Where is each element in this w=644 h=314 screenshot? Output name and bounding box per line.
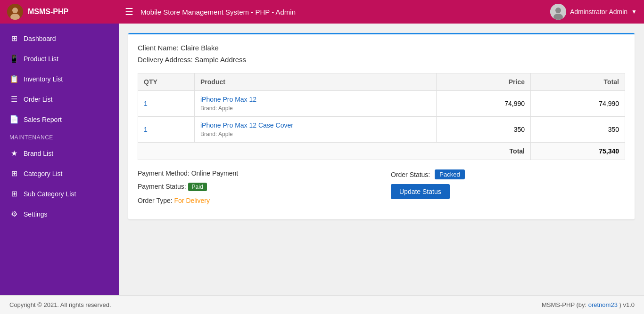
total-label: Total bbox=[138, 143, 531, 160]
sidebar-label-sub-category-list: Sub Category List bbox=[24, 190, 76, 198]
sidebar-label-settings: Settings bbox=[24, 210, 48, 218]
sidebar-label-dashboard: Dashboard bbox=[24, 35, 56, 42]
payment-method-label: Payment Method: bbox=[138, 169, 190, 177]
order-status-line: Order Status: Packed bbox=[391, 169, 465, 179]
row-product: iPhone Pro Max 12 Brand: Apple bbox=[195, 91, 437, 117]
order-status-badge: Packed bbox=[435, 169, 464, 179]
sidebar-label-sales-report: Sales Report bbox=[24, 116, 62, 123]
row-product: iPhone Pro Max 12 Case Cover Brand: Appl… bbox=[195, 117, 437, 143]
hamburger-icon[interactable]: ☰ bbox=[125, 6, 133, 17]
svg-point-1 bbox=[12, 8, 18, 13]
sidebar-item-product-list[interactable]: 📱 Product List bbox=[0, 48, 119, 69]
product-name: iPhone Pro Max 12 bbox=[200, 96, 430, 103]
total-value: 75,340 bbox=[531, 143, 625, 160]
settings-icon: ⚙ bbox=[9, 209, 19, 218]
update-status-button[interactable]: Update Status bbox=[391, 184, 450, 199]
admin-username: Adminstrator Admin bbox=[570, 8, 627, 16]
order-info: Payment Method: Online Payment Payment S… bbox=[138, 169, 625, 210]
product-list-icon: 📱 bbox=[9, 54, 19, 63]
sidebar-item-order-list[interactable]: ☰ Order List bbox=[0, 89, 119, 109]
table-row: 1 iPhone Pro Max 12 Brand: Apple 74,990 … bbox=[138, 91, 625, 117]
order-list-icon: ☰ bbox=[9, 95, 19, 104]
product-brand: Brand: Apple bbox=[200, 131, 233, 137]
sidebar-item-inventory-list[interactable]: 📋 Inventory List bbox=[0, 69, 119, 89]
delivery-address-label: Delivery Address: bbox=[138, 56, 193, 64]
col-header-product: Product bbox=[195, 73, 437, 91]
footer: Copyright © 2021. All rights reserved. M… bbox=[0, 295, 644, 314]
footer-copyright: Copyright © 2021. All rights reserved. bbox=[9, 301, 111, 308]
inventory-list-icon: 📋 bbox=[9, 74, 19, 83]
sidebar-label-order-list: Order List bbox=[24, 96, 52, 103]
payment-status-label: Payment Status: bbox=[138, 183, 186, 190]
navbar: MSMS-PHP ☰ Mobile Store Management Syste… bbox=[0, 0, 644, 24]
product-brand: Brand: Apple bbox=[200, 105, 233, 112]
brand-avatar bbox=[7, 4, 23, 20]
product-name: iPhone Pro Max 12 Case Cover bbox=[200, 121, 430, 129]
dashboard-icon: ⊞ bbox=[9, 34, 19, 43]
col-header-price: Price bbox=[437, 73, 531, 91]
admin-dropdown-arrow[interactable]: ▼ bbox=[631, 8, 637, 15]
delivery-address-line: Delivery Address: Sample Address bbox=[138, 56, 625, 64]
sidebar-item-sales-report[interactable]: 📄 Sales Report bbox=[0, 109, 119, 129]
order-table: QTY Product Price Total 1 iPhone Pro Max… bbox=[138, 73, 625, 160]
navbar-right: Adminstrator Admin ▼ bbox=[550, 4, 637, 20]
row-total: 350 bbox=[531, 117, 625, 143]
delivery-address-value: Sample Address bbox=[195, 56, 246, 64]
order-info-left: Payment Method: Online Payment Payment S… bbox=[138, 169, 372, 210]
table-row: 1 iPhone Pro Max 12 Case Cover Brand: Ap… bbox=[138, 117, 625, 143]
navbar-brand: MSMS-PHP bbox=[7, 4, 125, 20]
navbar-title: Mobile Store Management System - PHP - A… bbox=[140, 8, 296, 16]
navbar-center: ☰ Mobile Store Management System - PHP -… bbox=[125, 6, 550, 17]
order-type-label: Order Type: bbox=[138, 197, 173, 204]
svg-point-4 bbox=[555, 8, 561, 13]
maintenance-section-label: Maintenance bbox=[0, 129, 119, 143]
sidebar-item-category-list[interactable]: ⊞ Category List bbox=[0, 163, 119, 184]
content-area: Client Name: Claire Blake Delivery Addre… bbox=[119, 24, 644, 295]
order-type-line: Order Type: For Delivery bbox=[138, 197, 372, 204]
sidebar-item-dashboard[interactable]: ⊞ Dashboard bbox=[0, 28, 119, 48]
sidebar-item-brand-list[interactable]: ★ Brand List bbox=[0, 143, 119, 163]
brand-list-icon: ★ bbox=[9, 149, 19, 158]
sidebar-label-brand-list: Brand List bbox=[24, 150, 53, 157]
col-header-qty: QTY bbox=[138, 73, 195, 91]
order-info-right: Order Status: Packed Update Status bbox=[391, 169, 625, 210]
sales-report-icon: 📄 bbox=[9, 115, 19, 124]
row-qty: 1 bbox=[138, 91, 195, 117]
payment-status-badge: Paid bbox=[188, 183, 207, 191]
footer-author-link[interactable]: oretnom23 bbox=[588, 301, 618, 308]
row-qty: 1 bbox=[138, 117, 195, 143]
order-type-value: For Delivery bbox=[174, 197, 210, 204]
sidebar-item-sub-category-list[interactable]: ⊞ Sub Category List bbox=[0, 184, 119, 204]
client-name-value: Claire Blake bbox=[181, 44, 219, 52]
client-name-line: Client Name: Claire Blake bbox=[138, 44, 625, 52]
sub-category-list-icon: ⊞ bbox=[9, 189, 19, 198]
col-header-total: Total bbox=[531, 73, 625, 91]
category-list-icon: ⊞ bbox=[9, 169, 19, 178]
payment-method-value: Online Payment bbox=[191, 169, 239, 177]
sidebar-item-settings[interactable]: ⚙ Settings bbox=[0, 204, 119, 224]
payment-method-line: Payment Method: Online Payment bbox=[138, 169, 372, 177]
footer-brand: MSMS-PHP (by: oretnom23 ) v1.0 bbox=[542, 301, 635, 308]
order-detail-card: Client Name: Claire Blake Delivery Addre… bbox=[128, 33, 635, 219]
brand-name: MSMS-PHP bbox=[28, 8, 68, 16]
payment-status-line: Payment Status: Paid bbox=[138, 183, 372, 191]
sidebar-label-product-list: Product List bbox=[24, 55, 58, 63]
admin-avatar bbox=[550, 4, 566, 20]
row-price: 74,990 bbox=[437, 91, 531, 117]
client-name-label: Client Name: bbox=[138, 44, 179, 52]
sidebar-label-inventory-list: Inventory List bbox=[24, 75, 63, 83]
main-wrapper: ⊞ Dashboard 📱 Product List 📋 Inventory L… bbox=[0, 24, 644, 295]
row-price: 350 bbox=[437, 117, 531, 143]
order-status-label: Order Status: bbox=[391, 171, 430, 178]
sidebar-label-category-list: Category List bbox=[24, 170, 62, 177]
row-total: 74,990 bbox=[531, 91, 625, 117]
sidebar: ⊞ Dashboard 📱 Product List 📋 Inventory L… bbox=[0, 24, 119, 295]
